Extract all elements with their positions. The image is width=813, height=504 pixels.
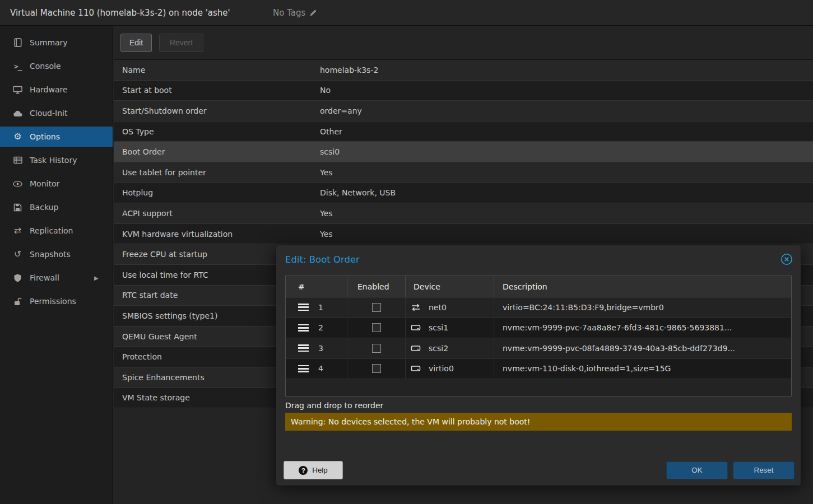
network-icon bbox=[411, 303, 421, 312]
reset-button[interactable]: Reset bbox=[733, 461, 795, 479]
device-description: virtio=BC:24:11:B5:D3:F9,bridge=vmbr0 bbox=[494, 303, 664, 312]
eye-icon bbox=[12, 179, 23, 189]
sidebar-item-task-history[interactable]: Task History bbox=[0, 150, 113, 170]
column-header-description[interactable]: Description bbox=[494, 276, 791, 297]
row-value: Yes bbox=[320, 209, 813, 218]
sidebar-item-label: Cloud-Init bbox=[30, 109, 67, 118]
order-number: 2 bbox=[318, 323, 323, 332]
sidebar-item-label: Options bbox=[30, 132, 60, 141]
row-label: Name bbox=[114, 66, 320, 74]
device-name: scsi2 bbox=[429, 344, 448, 353]
boot-device-row-scsi1[interactable]: 2 scsi1 nvme:vm-9999-pvc-7aa8a8e7-6fd3-4… bbox=[286, 318, 791, 339]
options-toolbar: Edit Revert bbox=[114, 26, 813, 60]
enabled-checkbox[interactable] bbox=[372, 323, 381, 332]
device-name: net0 bbox=[429, 303, 447, 312]
row-value: scsi0 bbox=[320, 147, 813, 156]
sidebar-item-snapshots[interactable]: ↺ Snapshots bbox=[0, 244, 113, 264]
column-header-device[interactable]: Device bbox=[406, 276, 494, 297]
dialog-title: Edit: Boot Order bbox=[285, 254, 781, 265]
row-value: No bbox=[320, 86, 813, 95]
tags-area[interactable]: No Tags bbox=[273, 8, 318, 18]
sidebar-item-label: Permissions bbox=[30, 297, 76, 306]
sidebar-item-hardware[interactable]: Hardware bbox=[0, 80, 113, 100]
drag-drop-hint: Drag and drop to reorder bbox=[285, 401, 792, 410]
row-value: order=any bbox=[320, 106, 813, 115]
row-label: OS Type bbox=[114, 127, 320, 136]
sidebar-item-console[interactable]: >_ Console bbox=[0, 56, 113, 76]
row-value: homelab-k3s-2 bbox=[320, 66, 813, 74]
column-header-number[interactable]: # bbox=[286, 276, 347, 297]
boot-device-row-scsi2[interactable]: 3 scsi2 nvme:vm-9999-pvc-08fa4889-3749-4… bbox=[286, 338, 791, 359]
drag-handle-icon[interactable] bbox=[298, 304, 309, 311]
terminal-icon: >_ bbox=[12, 62, 23, 71]
book-icon bbox=[12, 38, 23, 48]
sidebar-item-summary[interactable]: Summary bbox=[0, 32, 113, 53]
disk-icon bbox=[411, 323, 421, 332]
drag-handle-icon[interactable] bbox=[298, 365, 309, 372]
table-row-boot-order[interactable]: Boot Order scsi0 bbox=[114, 142, 813, 162]
edit-button[interactable]: Edit bbox=[120, 34, 152, 52]
close-icon[interactable] bbox=[781, 253, 793, 265]
boot-device-row-virtio0[interactable]: 4 virtio0 nvme:vm-110-disk-0,iothread=1,… bbox=[286, 359, 791, 380]
table-row-kvm[interactable]: KVM hardware virtualization Yes bbox=[114, 224, 813, 245]
row-label: Boot Order bbox=[114, 147, 320, 156]
row-label: Start at boot bbox=[114, 86, 320, 95]
table-row-use-tablet[interactable]: Use tablet for pointer Yes bbox=[114, 162, 813, 183]
monitor-icon bbox=[12, 85, 23, 95]
row-label: Hotplug bbox=[114, 188, 320, 197]
row-label: Start/Shutdown order bbox=[114, 106, 320, 115]
sidebar-item-label: Task History bbox=[30, 156, 77, 165]
sidebar-item-options[interactable]: ⚙ Options bbox=[0, 127, 113, 147]
dialog-footer: ? Help OK Reset bbox=[284, 461, 795, 479]
sidebar-item-label: Monitor bbox=[30, 179, 59, 188]
device-name: virtio0 bbox=[429, 364, 454, 373]
table-row-acpi[interactable]: ACPI support Yes bbox=[114, 203, 813, 224]
replication-arrows-icon: ⇄ bbox=[12, 226, 23, 236]
sidebar-item-permissions[interactable]: Permissions bbox=[0, 291, 113, 311]
boot-device-row-net0[interactable]: 1 net0 virtio=BC:24:11:B5:D3:F9,bridge=v… bbox=[286, 297, 791, 318]
enabled-checkbox[interactable] bbox=[372, 344, 381, 353]
enabled-checkbox[interactable] bbox=[372, 364, 381, 373]
ok-button[interactable]: OK bbox=[666, 461, 728, 479]
sidebar-item-monitor[interactable]: Monitor bbox=[0, 174, 113, 194]
sidebar-item-cloud-init[interactable]: Cloud-Init bbox=[0, 103, 113, 123]
question-icon: ? bbox=[299, 466, 308, 475]
row-value: Other bbox=[320, 127, 813, 136]
submenu-arrow-icon: ▶ bbox=[94, 275, 99, 281]
list-icon bbox=[12, 156, 23, 165]
table-row-startshutdown-order[interactable]: Start/Shutdown order order=any bbox=[114, 101, 813, 122]
sidebar-item-backup[interactable]: Backup bbox=[0, 197, 113, 217]
drag-handle-icon[interactable] bbox=[298, 324, 309, 332]
device-description: nvme:vm-9999-pvc-7aa8a8e7-6fd3-481c-9865… bbox=[494, 323, 732, 332]
drag-handle-icon[interactable] bbox=[298, 344, 309, 352]
no-tags-label: No Tags bbox=[273, 8, 305, 18]
column-header-enabled[interactable]: Enabled bbox=[347, 276, 406, 297]
dialog-header[interactable]: Edit: Boot Order bbox=[276, 245, 801, 273]
row-value: Disk, Network, USB bbox=[320, 188, 813, 197]
pencil-icon[interactable] bbox=[309, 8, 318, 17]
warning-banner: Warning: No devices selected, the VM wil… bbox=[285, 413, 792, 431]
disk-icon bbox=[411, 364, 421, 373]
help-button[interactable]: ? Help bbox=[284, 461, 343, 479]
device-description: nvme:vm-9999-pvc-08fa4889-3749-40a3-85cb… bbox=[494, 344, 735, 353]
order-number: 4 bbox=[318, 364, 323, 373]
table-row-name[interactable]: Name homelab-k3s-2 bbox=[114, 60, 813, 81]
unlock-icon bbox=[12, 297, 23, 306]
sidebar-item-firewall[interactable]: Firewall ▶ bbox=[0, 268, 113, 288]
gear-icon: ⚙ bbox=[12, 132, 23, 142]
order-number: 3 bbox=[318, 344, 323, 353]
row-label: Use tablet for pointer bbox=[114, 168, 320, 177]
revert-button[interactable]: Revert bbox=[159, 34, 203, 52]
table-row-start-at-boot[interactable]: Start at boot No bbox=[114, 81, 813, 101]
device-description: nvme:vm-110-disk-0,iothread=1,size=15G bbox=[494, 364, 671, 373]
cloud-icon bbox=[12, 109, 23, 118]
page-header: Virtual Machine 110 (homelab-k3s-2) on n… bbox=[0, 0, 813, 26]
grid-header-row: # Enabled Device Description bbox=[286, 276, 791, 297]
row-value: Yes bbox=[320, 230, 813, 239]
table-row-hotplug[interactable]: Hotplug Disk, Network, USB bbox=[114, 183, 813, 204]
proxmox-vm-options-page: Virtual Machine 110 (homelab-k3s-2) on n… bbox=[0, 0, 813, 504]
sidebar-item-replication[interactable]: ⇄ Replication bbox=[0, 221, 113, 241]
enabled-checkbox[interactable] bbox=[372, 303, 381, 312]
table-row-os-type[interactable]: OS Type Other bbox=[114, 122, 813, 142]
device-name: scsi1 bbox=[429, 323, 448, 332]
